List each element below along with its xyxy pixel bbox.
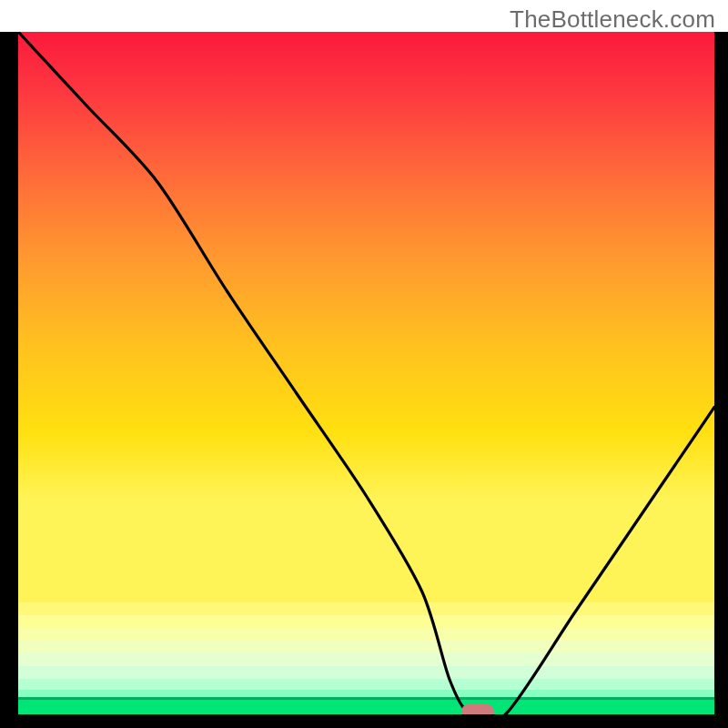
svg-rect-1 (18, 602, 714, 615)
green-band (18, 699, 714, 714)
watermark-text: TheBottleneck.com (510, 5, 715, 34)
svg-rect-4 (18, 641, 714, 653)
gradient-main (18, 32, 714, 602)
green-separator (18, 697, 714, 700)
svg-rect-2 (18, 615, 714, 628)
chart-frame: TheBottleneck.com (0, 0, 728, 728)
svg-rect-6 (18, 666, 714, 679)
svg-rect-3 (18, 628, 714, 641)
svg-rect-7 (18, 679, 714, 690)
svg-rect-5 (18, 653, 714, 666)
pale-band (18, 602, 714, 699)
chart-svg (0, 0, 728, 728)
plot-area (18, 32, 714, 723)
